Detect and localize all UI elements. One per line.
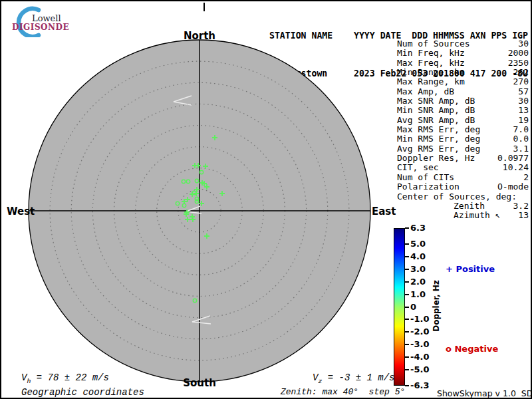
legend-negative: o Negative	[446, 344, 498, 354]
parameter-value: 13	[518, 106, 529, 115]
zenith-step-note: Zenith: max 40° step 5°	[281, 387, 405, 397]
parameter-label: Min SNR Amp, dB	[397, 106, 475, 115]
parameter-value: 7.0	[513, 125, 529, 134]
software-version: ShowSkymap v 1.0 SD v 5.1	[437, 388, 532, 398]
parameter-label: Min Freq, kHz	[397, 49, 465, 58]
parameter-value: 13	[518, 211, 529, 220]
colorbar-tick-mark	[405, 269, 409, 270]
parameter-value: O-mode	[497, 182, 529, 192]
colorbar-tick-mark	[405, 369, 409, 370]
parameter-value: 2000	[508, 49, 529, 58]
parameter-row: Min Freq, kHz2000	[397, 49, 529, 58]
colorbar-tick-mark	[405, 256, 409, 257]
colorbar-tick-mark	[405, 294, 409, 295]
parameter-row: PolarizationO-mode	[397, 182, 529, 192]
parameter-value: 0.0977	[497, 154, 529, 163]
parameter-value: 57	[518, 87, 529, 96]
colorbar-tick-label: -3.0	[410, 339, 429, 349]
parameter-value: 3.2	[513, 201, 529, 211]
colorbar-tick-label: 1.0	[410, 289, 426, 299]
colorbar-tick-label: 6.3	[410, 223, 426, 233]
skymap-window: Lowell DIGISONDE STATION NAME YYYY DATE …	[0, 0, 532, 399]
colorbar-tick-mark	[405, 227, 409, 229]
colorbar-tick-mark	[405, 331, 409, 332]
vertical-velocity-value: Vz = -3 ± 1 m/s	[313, 372, 395, 385]
colorbar-tick-label: 5.0	[410, 239, 426, 249]
coordinates-note: Geographic coordinates	[21, 387, 144, 398]
parameter-row: Zenith3.2	[397, 201, 529, 211]
parameter-label: Max SNR Amp, dB	[397, 96, 475, 106]
parameter-value: 30	[518, 39, 529, 49]
parameter-row: Min RMS Err, deg0.0	[397, 134, 529, 144]
parameter-label: Min RMS Err, deg	[397, 134, 480, 144]
direction-label-west: West	[7, 205, 35, 217]
parameter-label: Num of CITs	[397, 173, 454, 182]
parameter-label: Max Range, km	[397, 77, 465, 86]
parameter-label: Doppler Res, Hz	[397, 154, 475, 163]
parameter-row: Num of Sources30	[397, 39, 529, 49]
parameter-row: Center of Sources, deg:	[397, 192, 529, 201]
parameter-value: 10.24	[503, 163, 529, 172]
colorbar-tick-mark	[405, 307, 409, 308]
colorbar-tick-label: 0	[410, 302, 416, 312]
parameter-row: Max Freq, kHz2350	[397, 59, 529, 68]
parameter-row: Doppler Res, Hz0.0977	[397, 154, 529, 163]
parameter-list: Num of Sources30Min Freq, kHz2000Max Fre…	[397, 39, 529, 221]
doppler-colorbar	[394, 228, 405, 386]
parameter-label: Center of Sources, deg:	[397, 192, 517, 201]
parameter-value: 30	[518, 96, 529, 106]
parameter-value: 262	[513, 68, 529, 77]
parameter-value: 2350	[508, 59, 529, 68]
parameter-row: Max Range, km270	[397, 77, 529, 86]
parameter-label: Avg SNR Amp, dB	[397, 116, 475, 125]
colorbar-tick-mark	[405, 385, 409, 386]
colorbar-tick-mark	[405, 356, 409, 358]
parameter-row: Min SNR Amp, dB13	[397, 106, 529, 115]
parameter-row: Max RMS Err, deg7.0	[397, 125, 529, 134]
parameter-row: CIT, sec10.24	[397, 163, 529, 172]
colorbar-tick-mark	[405, 243, 409, 245]
parameter-row: Max Amp, dB57	[397, 87, 529, 96]
legend-positive: + Positive	[446, 264, 495, 274]
direction-label-south: South	[183, 377, 216, 389]
colorbar-tick-label: 3.0	[410, 264, 426, 274]
parameter-row: Avg RMS Err, deg3.1	[397, 144, 529, 154]
parameter-label: Zenith	[454, 201, 485, 211]
parameter-row: Min Range, km262	[397, 68, 529, 77]
parameter-label: Min Range, km	[397, 68, 465, 77]
parameter-row: Avg SNR Amp, dB19	[397, 116, 529, 125]
horizontal-velocity-value: Vh = 78 ± 22 m/s	[21, 372, 109, 385]
parameter-value: 2	[523, 173, 529, 182]
colorbar-tick-label: 2.0	[410, 277, 426, 287]
parameter-label: Max RMS Err, deg	[397, 125, 480, 134]
parameter-label: CIT, sec	[397, 163, 439, 172]
colorbar-axis-label: Doppler, Hz	[432, 253, 441, 359]
colorbar-tick-mark	[405, 281, 409, 283]
direction-label-north: North	[184, 30, 215, 42]
colorbar-tick-mark	[405, 344, 409, 345]
parameter-label: Polarization	[397, 182, 460, 192]
parameter-label: Avg RMS Err, deg	[397, 144, 480, 154]
colorbar-tick-label: -2.0	[410, 327, 429, 336]
colorbar-tick-mark	[405, 319, 409, 320]
parameter-value: 270	[513, 77, 529, 86]
parameter-value: 0.0	[513, 134, 529, 144]
direction-label-east: East	[372, 205, 396, 217]
colorbar-tick-label: 4.0	[410, 251, 426, 261]
parameter-row: Num of CITs2	[397, 173, 529, 182]
parameter-label: Azimuth ↖	[454, 211, 500, 220]
parameter-row: Max SNR Amp, dB30	[397, 96, 529, 106]
colorbar-tick-label: -1.0	[410, 314, 429, 324]
parameter-label: Num of Sources	[397, 39, 470, 49]
parameter-label: Max Freq, kHz	[397, 59, 465, 68]
parameter-row: Azimuth ↖13	[397, 211, 529, 220]
colorbar-tick-label: -5.0	[410, 364, 429, 374]
parameter-value: 3.1	[513, 144, 529, 154]
colorbar-tick-label: -6.3	[410, 380, 429, 390]
colorbar-tick-label: -4.0	[410, 352, 429, 362]
parameter-value: 19	[518, 116, 529, 125]
parameter-label: Max Amp, dB	[397, 87, 454, 96]
